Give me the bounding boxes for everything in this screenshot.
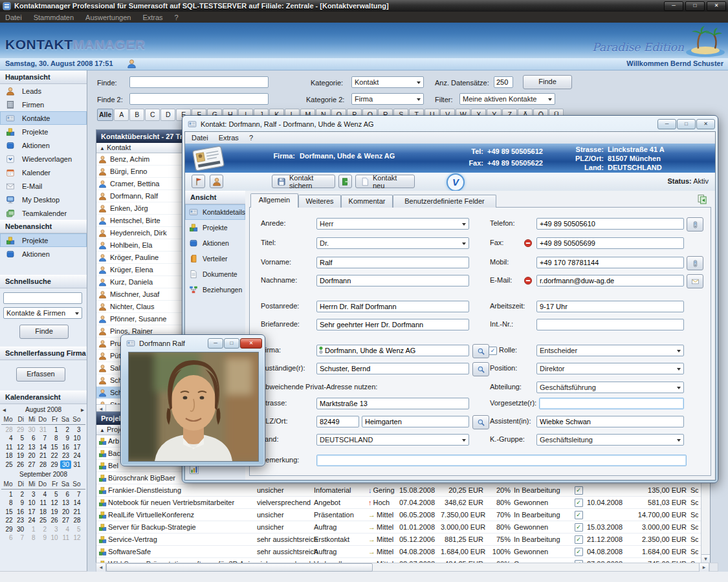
refresh-icon[interactable]: [697, 193, 709, 205]
calendar-day[interactable]: 8: [49, 434, 60, 443]
ansicht-item-kontaktdetails[interactable]: Kontaktdetails: [185, 204, 245, 220]
calendar-day[interactable]: 1: [26, 525, 38, 534]
project-row[interactable]: Service-Vertragsehr aussichtsreichErstko…: [96, 534, 710, 546]
calendar-day[interactable]: 12: [71, 534, 83, 543]
calendar-day[interactable]: 29: [49, 460, 60, 469]
flag-button[interactable]: [192, 175, 205, 188]
calendar-day[interactable]: 8: [3, 499, 15, 508]
tab-weiteres[interactable]: Weiteres: [298, 195, 341, 208]
sidebar-item-projekte[interactable]: Projekte: [0, 125, 87, 138]
calendar-day[interactable]: 6: [26, 434, 38, 443]
finde2-input[interactable]: [129, 93, 269, 105]
calendar-day[interactable]: 19: [49, 508, 60, 517]
close-button[interactable]: ✕: [240, 338, 262, 349]
menu-auswertungen[interactable]: Auswertungen: [85, 14, 131, 21]
calendar-day[interactable]: 23: [15, 516, 27, 525]
calendar-day[interactable]: 9: [60, 434, 72, 443]
sidebar-item-aktionen[interactable]: Aktionen: [0, 247, 87, 261]
contact-row[interactable]: Benz, Achim: [96, 153, 187, 166]
calendar-day[interactable]: 30: [15, 525, 27, 534]
zustaendige-input[interactable]: [316, 363, 469, 374]
project-checkbox[interactable]: ✓: [570, 547, 587, 556]
calendar-day[interactable]: 2: [60, 426, 72, 435]
project-row[interactable]: Server für Backup-StrategieunsicherAuftr…: [96, 521, 710, 534]
calendar-day[interactable]: 9: [15, 499, 27, 508]
calendar-day[interactable]: 22: [3, 516, 15, 525]
project-checkbox[interactable]: ✓: [570, 510, 587, 519]
firma-input[interactable]: [316, 345, 469, 356]
vorgesetzte-input[interactable]: [539, 398, 684, 409]
minimize-button[interactable]: ─: [208, 338, 223, 349]
calendar-day[interactable]: 27: [26, 460, 38, 469]
maximize-button[interactable]: □: [224, 338, 239, 349]
rolle-select[interactable]: Entscheider: [536, 345, 684, 356]
calendar-day[interactable]: 18: [38, 508, 49, 517]
alphabet-a[interactable]: A: [114, 109, 129, 121]
project-row[interactable]: SoftwareSafesehr aussichtsreichAuftrag→M…: [96, 546, 710, 558]
kategorie2-select[interactable]: Firma: [351, 93, 424, 105]
plz-search-button[interactable]: [472, 415, 489, 429]
anz-datensaetze-input[interactable]: [494, 76, 513, 88]
firma-search-button[interactable]: [472, 344, 489, 358]
minimize-button[interactable]: ─: [657, 119, 676, 129]
abteilung-select[interactable]: Geschäftsführung: [536, 382, 684, 393]
calendar-day[interactable]: 4: [3, 434, 15, 443]
contact-window-titlebar[interactable]: Kontakt: Dorfmann, Ralf - Dorfmann, Uhde…: [182, 116, 718, 131]
tab-kommentar[interactable]: Kommentar: [341, 195, 393, 208]
ansicht-item-aktionen[interactable]: Aktionen: [185, 235, 245, 251]
close-button[interactable]: ✕: [707, 1, 726, 11]
close-button[interactable]: ✕: [696, 119, 715, 129]
sidebar-item-firmen[interactable]: Firmen: [0, 98, 87, 111]
calendar-day[interactable]: 7: [15, 534, 27, 543]
postanrede-input[interactable]: [316, 301, 469, 312]
calendar-day[interactable]: 2: [15, 490, 27, 499]
schnellsuche-input[interactable]: [3, 292, 82, 304]
calendar-day[interactable]: 7: [71, 490, 83, 499]
calendar-next-icon[interactable]: ▸: [81, 406, 84, 413]
plz-input[interactable]: [316, 416, 359, 427]
telefon-dial-button[interactable]: [687, 217, 703, 232]
calendar-day[interactable]: 14: [71, 499, 83, 508]
alphabet-alle[interactable]: Alle: [97, 109, 113, 121]
kgruppe-select[interactable]: Geschäftsleitung: [536, 434, 684, 446]
calendar-day[interactable]: 4: [38, 490, 49, 499]
calendar-day[interactable]: 30: [60, 460, 72, 469]
calendar-day[interactable]: 12: [49, 499, 60, 508]
calendar-day[interactable]: 24: [71, 451, 83, 460]
anrede-select[interactable]: Herr: [316, 218, 469, 230]
contact-row[interactable]: Enken, Jörg: [96, 202, 187, 215]
calendar-day[interactable]: 12: [15, 443, 27, 452]
calendar-day[interactable]: 17: [26, 508, 38, 517]
calendar-day[interactable]: 11: [3, 443, 15, 452]
sidebar-item-e-mail[interactable]: E-Mail: [0, 179, 87, 193]
contact-column-header[interactable]: ▲Kontakt: [96, 143, 187, 153]
sidebar-item-aktionen[interactable]: Aktionen: [0, 138, 87, 152]
tab-allgemein[interactable]: Allgemein: [250, 193, 298, 208]
sidebar-item-my-desktop[interactable]: My Desktop: [0, 193, 87, 206]
calendar-prev-icon[interactable]: ◂: [3, 406, 6, 413]
finde-button[interactable]: Finde: [523, 75, 572, 89]
calendar-day[interactable]: 6: [60, 490, 72, 499]
calendar-day[interactable]: 6: [3, 534, 15, 543]
vorname-input[interactable]: [316, 257, 469, 268]
calendar-day[interactable]: 17: [71, 443, 83, 452]
alphabet-b[interactable]: B: [129, 109, 144, 121]
calendar-day[interactable]: 29: [15, 426, 27, 435]
calendar-day[interactable]: 1: [3, 490, 15, 499]
calendar-day[interactable]: 15: [3, 508, 15, 517]
arbeitszeit-input[interactable]: [536, 301, 684, 312]
strasse-input[interactable]: [316, 398, 469, 409]
sidebar-item-kontakte[interactable]: Kontakte: [0, 111, 87, 125]
export-button[interactable]: [338, 175, 352, 188]
calendar-day[interactable]: 19: [15, 451, 27, 460]
project-row[interactable]: RealLife VirtuelleKonferenzunsicherPräse…: [96, 509, 710, 521]
calendar-day[interactable]: 21: [71, 508, 83, 517]
email-input[interactable]: [536, 275, 684, 286]
bemerkung-input[interactable]: [316, 455, 687, 466]
calendar-day[interactable]: 2: [38, 525, 49, 534]
contact-row[interactable]: Cramer, Bettina: [96, 178, 187, 190]
fax-input[interactable]: [536, 237, 684, 249]
land-select[interactable]: DEUTSCHLAND: [316, 434, 469, 446]
calendar-day[interactable]: 24: [26, 516, 38, 525]
calendar-day[interactable]: 5: [15, 434, 27, 443]
